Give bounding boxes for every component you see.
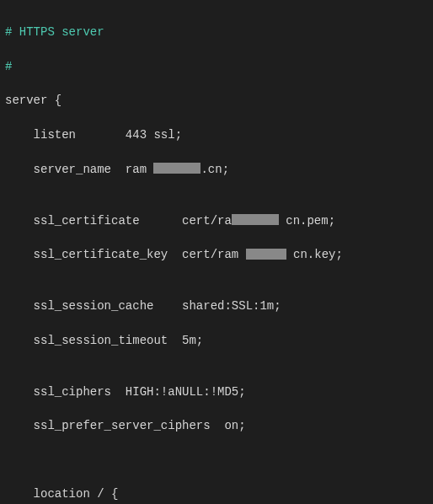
code-text: cn.pem; [279,214,335,228]
comment-line: # [5,58,428,75]
code-line: ssl_certificate_key cert/ram cn.key; [5,246,428,263]
code-line: server { [5,92,428,109]
code-text: .cn; [200,163,229,176]
redacted-text [246,249,286,260]
code-line: ssl_session_cache shared:SSL:1m; [5,298,428,314]
code-line: ssl_ciphers HIGH:!aNULL:!MD5; [5,383,428,400]
redacted-text [153,163,200,174]
code-text: cn.key; [286,248,343,261]
code-line: listen 443 ssl; [5,126,428,143]
code-line: ssl_certificate cert/ra cn.pem; [5,212,428,229]
comment-line: # HTTPS server [5,24,428,40]
code-text: ssl_certificate_key cert/ram [5,248,238,261]
redacted-text [232,214,279,225]
code-line: ssl_prefer_server_ciphers on; [5,417,428,434]
code-block: # HTTPS server # server { listen 443 ssl… [5,7,428,504]
code-line: location / { [5,485,428,502]
code-line: server_name ram .cn; [5,161,428,178]
code-text: server_name ram [5,163,147,176]
code-line: ssl_session_timeout 5m; [5,332,428,349]
code-text: ssl_certificate cert/ra [5,214,232,228]
